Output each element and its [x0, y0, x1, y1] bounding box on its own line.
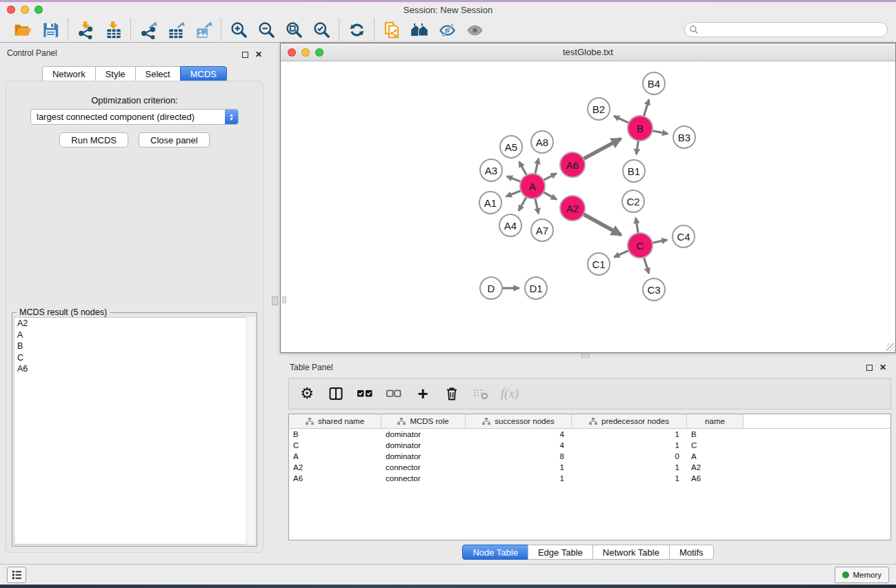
table-row[interactable]: A6connector11A6 — [289, 473, 890, 484]
column-header-predecessor-nodes[interactable]: predecessor nodes — [572, 414, 687, 428]
mcds-result-list[interactable]: A2ABCA6 — [14, 317, 255, 545]
export-table-button[interactable] — [164, 19, 188, 41]
export-network-button[interactable] — [137, 19, 160, 41]
table-row[interactable]: A2connector11A2 — [289, 462, 890, 473]
refresh-button[interactable] — [345, 19, 368, 41]
deselect-all-button[interactable] — [384, 384, 404, 403]
table-cell[interactable]: 1 — [572, 462, 687, 473]
table-cell[interactable]: 0 — [572, 451, 687, 462]
delete-table-button[interactable] — [471, 384, 490, 403]
zoom-out-button[interactable] — [255, 19, 278, 41]
table-cell[interactable]: dominator — [381, 440, 466, 451]
table-row[interactable]: Cdominator41C — [289, 440, 890, 451]
graph-node-B3[interactable]: B3 — [673, 125, 696, 149]
graph-node-A6[interactable]: A6 — [559, 152, 586, 178]
graph-edge-A2-C[interactable] — [581, 213, 621, 234]
table-cell[interactable]: dominator — [381, 451, 466, 462]
table-cell[interactable]: A — [289, 451, 381, 462]
table-cell[interactable]: A6 — [289, 473, 381, 484]
delete-column-button[interactable] — [442, 384, 461, 403]
table-settings-button[interactable]: ⚙ — [297, 384, 317, 403]
table-cell[interactable]: connector — [381, 473, 466, 484]
export-image-button[interactable] — [192, 19, 215, 41]
graph-node-D[interactable]: D — [479, 276, 503, 300]
tab-edge-table[interactable]: Edge Table — [528, 545, 593, 560]
tab-style[interactable]: Style — [95, 66, 136, 81]
zoom-fit-button[interactable] — [282, 19, 306, 41]
save-session-button[interactable] — [39, 19, 62, 41]
table-cell[interactable]: 4 — [466, 429, 572, 440]
graph-node-A5[interactable]: A5 — [499, 135, 523, 159]
table-cell[interactable]: B — [289, 429, 381, 440]
result-scrollbar[interactable] — [246, 317, 255, 545]
close-panel-button[interactable]: Close panel — [139, 132, 210, 148]
graph-node-C[interactable]: C — [627, 232, 653, 258]
close-panel-icon[interactable]: ✕ — [255, 52, 262, 58]
run-mcds-button[interactable]: Run MCDS — [59, 132, 128, 148]
graph-node-C2[interactable]: C2 — [621, 190, 645, 213]
table-row[interactable]: Bdominator41B — [289, 429, 890, 440]
table-cell[interactable]: B — [687, 429, 744, 440]
show-eye-button[interactable] — [463, 19, 486, 41]
table-cell[interactable]: 1 — [466, 462, 572, 473]
mcds-result-item[interactable]: C — [14, 352, 255, 364]
tab-network-table[interactable]: Network Table — [593, 545, 670, 560]
zoom-in-button[interactable] — [227, 19, 250, 41]
float-table-panel-icon[interactable] — [866, 365, 873, 371]
network-document-button[interactable] — [380, 19, 404, 41]
column-header-shared-name[interactable]: shared name — [289, 414, 381, 428]
hide-eye-button[interactable] — [435, 19, 459, 41]
zoom-selected-button[interactable] — [310, 19, 333, 41]
table-cell[interactable]: 1 — [572, 429, 687, 440]
table-cell[interactable]: dominator — [381, 429, 466, 440]
criterion-dropdown[interactable]: largest connected component (directed) ▲… — [30, 109, 239, 125]
table-cell[interactable]: connector — [381, 462, 466, 473]
tab-motifs[interactable]: Motifs — [669, 545, 714, 560]
graph-node-B[interactable]: B — [627, 115, 653, 141]
table-cell[interactable]: C — [289, 440, 381, 451]
tab-select[interactable]: Select — [135, 66, 181, 81]
table-cell[interactable]: A — [687, 451, 744, 462]
graph-node-A2[interactable]: A2 — [559, 195, 586, 221]
task-history-button[interactable] — [7, 567, 26, 583]
import-network-button[interactable] — [74, 19, 97, 41]
column-header-successor-nodes[interactable]: successor nodes — [466, 414, 572, 428]
table-cell[interactable]: A2 — [289, 462, 381, 473]
float-panel-icon[interactable] — [242, 52, 248, 58]
column-visibility-button[interactable] — [326, 384, 346, 403]
close-table-panel-icon[interactable]: ✕ — [879, 365, 886, 371]
table-row[interactable]: Adominator80A — [289, 451, 890, 462]
function-builder-button[interactable]: f(x) — [500, 384, 519, 403]
network-canvas[interactable]: B4B2BB3A5A8A6B1A3AC2A1A2A4A7C4CC1C3DD1 — [281, 62, 895, 352]
column-header-name[interactable]: name — [687, 414, 744, 428]
table-cell[interactable]: 4 — [466, 440, 572, 451]
table-cell[interactable]: 1 — [572, 440, 687, 451]
graph-edge-A6-B[interactable] — [581, 139, 621, 160]
graph-node-A7[interactable]: A7 — [530, 219, 554, 242]
window-resize-grip[interactable] — [886, 343, 895, 352]
table-cell[interactable]: C — [687, 440, 744, 451]
add-column-button[interactable]: + — [413, 384, 432, 403]
table-cell[interactable]: A2 — [687, 462, 744, 473]
import-table-button[interactable] — [101, 19, 125, 41]
tab-node-table[interactable]: Node Table — [462, 545, 528, 560]
graph-node-B4[interactable]: B4 — [642, 72, 666, 95]
open-session-button[interactable] — [11, 19, 34, 41]
graph-node-B2[interactable]: B2 — [587, 97, 610, 121]
graph-node-A8[interactable]: A8 — [530, 130, 554, 154]
panel-splitter-handle[interactable] — [272, 296, 278, 305]
table-cell[interactable]: 1 — [466, 473, 572, 484]
search-input[interactable] — [684, 22, 888, 37]
table-cell[interactable]: A6 — [687, 473, 744, 484]
graph-node-A4[interactable]: A4 — [499, 214, 522, 237]
network-window-titlebar[interactable]: testGlobe.txt — [281, 43, 895, 61]
graph-edge-C-C3[interactable] — [643, 255, 648, 273]
home-button[interactable] — [408, 19, 431, 41]
graph-node-A1[interactable]: A1 — [479, 191, 502, 214]
table-cell[interactable]: 1 — [572, 473, 687, 484]
graph-node-A3[interactable]: A3 — [479, 159, 503, 182]
mcds-result-item[interactable]: A2 — [14, 318, 255, 330]
mcds-result-item[interactable]: A6 — [14, 363, 255, 375]
select-all-button[interactable] — [355, 384, 375, 403]
graph-node-A[interactable]: A — [519, 173, 546, 199]
